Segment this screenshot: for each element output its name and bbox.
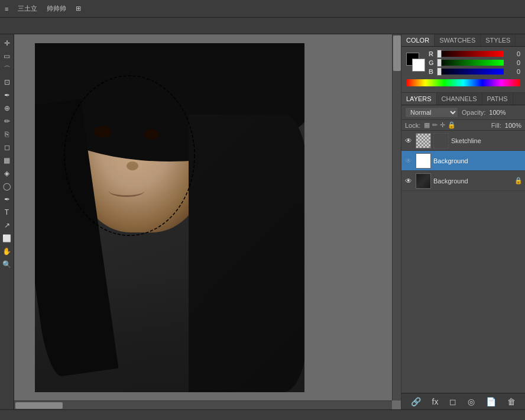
slider-g-thumb[interactable] xyxy=(437,59,442,67)
slider-b-track[interactable] xyxy=(437,69,504,75)
tool-eraser[interactable]: ◻ xyxy=(1,141,13,153)
layer-item-background-2[interactable]: 👁 Background 🔒 xyxy=(401,171,525,191)
layers-adjustment-icon[interactable]: ◎ xyxy=(465,396,477,408)
color-content: R 0 G 0 xyxy=(401,47,525,90)
slider-r-label: R xyxy=(429,50,435,57)
layers-list: 👁 Sketchline 👁 Background 👁 xyxy=(401,131,525,393)
canvas-area xyxy=(14,34,401,409)
tool-brush[interactable]: ✏ xyxy=(1,115,13,127)
right-panel: COLOR SWATCHES STYLES R xyxy=(401,34,525,409)
tab-swatches[interactable]: SWATCHES xyxy=(435,34,481,46)
opacity-label: Opacity: xyxy=(462,109,485,116)
toolbar-item-3[interactable]: 帅帅帅 xyxy=(47,4,66,13)
color-gradient-bar[interactable] xyxy=(406,79,520,86)
lock-all-icon[interactable]: 🔒 xyxy=(448,121,456,129)
tab-layers[interactable]: LAYERS xyxy=(401,93,437,105)
top-toolbar: ≡ 三土立 帅帅帅 ⊞ xyxy=(0,0,525,18)
toolbar-item-1[interactable]: ≡ xyxy=(5,5,8,12)
layers-options: Normal Dissolve Multiply Screen Overlay … xyxy=(401,105,525,120)
tool-zoom[interactable]: 🔍 xyxy=(1,259,13,270)
layers-new-icon[interactable]: 📄 xyxy=(484,396,498,408)
lock-position-icon[interactable]: ✛ xyxy=(440,121,445,129)
canvas-scrollbar-bottom[interactable] xyxy=(14,400,392,409)
selection-path xyxy=(56,67,203,244)
tool-dodge[interactable]: ◯ xyxy=(1,180,13,192)
status-bar xyxy=(0,409,525,420)
fill-value: 100% xyxy=(505,122,521,129)
layers-mask-icon[interactable]: ◻ xyxy=(447,396,459,408)
color-panel-tabs: COLOR SWATCHES STYLES xyxy=(401,34,525,47)
layer-lock-icon: 🔒 xyxy=(514,177,523,185)
layer-thumb-background-1 xyxy=(416,153,431,169)
lock-paint-icon[interactable]: ✏ xyxy=(432,121,438,129)
slider-r-track[interactable] xyxy=(437,51,504,57)
lock-row: Lock: ▦ ✏ ✛ 🔒 Fill: 100% xyxy=(401,120,525,131)
tool-lasso[interactable]: ⌒ xyxy=(1,63,13,75)
layers-delete-icon[interactable]: 🗑 xyxy=(505,396,518,408)
fg-bg-swatches xyxy=(406,53,425,72)
tool-move[interactable]: ✛ xyxy=(1,37,13,49)
layer-name-background-2: Background xyxy=(433,177,512,185)
slider-row-b: B 0 xyxy=(429,68,520,75)
layer-eye-sketchline[interactable]: 👁 xyxy=(404,136,413,146)
layer-mask-sketchline xyxy=(433,133,449,148)
tab-channels[interactable]: CHANNELS xyxy=(437,93,482,105)
lock-transparency-icon[interactable]: ▦ xyxy=(424,121,430,129)
tool-blur[interactable]: ◈ xyxy=(1,167,13,179)
sliders-area: R 0 G 0 xyxy=(429,50,520,77)
tool-select[interactable]: ▭ xyxy=(1,50,13,62)
layer-eye-background-1[interactable]: 👁 xyxy=(404,156,413,166)
slider-g-track[interactable] xyxy=(437,60,504,66)
slider-row-r: R 0 xyxy=(429,50,520,57)
slider-r-thumb[interactable] xyxy=(437,50,442,58)
slider-r-value: 0 xyxy=(506,50,520,57)
scroll-thumb-horizontal[interactable] xyxy=(15,402,63,409)
layers-bottom-bar: 🔗 fx ◻ ◎ 📄 🗑 xyxy=(401,393,525,409)
layer-thumb-sketchline xyxy=(416,133,431,148)
slider-b-label: B xyxy=(429,68,435,75)
layers-link-icon[interactable]: 🔗 xyxy=(409,396,423,408)
layers-panel: LAYERS CHANNELS PATHS Normal Dissolve Mu… xyxy=(401,93,525,409)
layers-tabs: LAYERS CHANNELS PATHS xyxy=(401,93,525,105)
slider-g-value: 0 xyxy=(506,59,520,66)
color-swatch-row: R 0 G 0 xyxy=(406,50,520,77)
layer-thumb-photo xyxy=(416,174,430,188)
slider-g-label: G xyxy=(429,59,435,66)
layer-eye-background-2[interactable]: 👁 xyxy=(404,176,413,186)
toolbar-item-4[interactable]: ⊞ xyxy=(76,5,81,12)
tool-heal[interactable]: ⊕ xyxy=(1,102,13,114)
opacity-value: 100% xyxy=(489,109,505,116)
layer-name-background-1: Background xyxy=(433,157,523,164)
layer-name-sketchline: Sketchline xyxy=(451,137,523,144)
layers-fx-icon[interactable]: fx xyxy=(430,396,441,408)
tab-paths[interactable]: PATHS xyxy=(482,93,513,105)
blend-mode-select[interactable]: Normal Dissolve Multiply Screen Overlay xyxy=(405,107,458,118)
layer-item-background-1[interactable]: 👁 Background xyxy=(401,151,525,171)
tab-color[interactable]: COLOR xyxy=(401,34,435,46)
toolbar-item-2[interactable]: 三土立 xyxy=(18,4,37,13)
layer-item-sketchline[interactable]: 👁 Sketchline xyxy=(401,131,525,151)
tool-shape[interactable]: ⬜ xyxy=(1,232,13,244)
portrait-bg xyxy=(35,43,304,392)
fill-label: Fill: xyxy=(491,122,501,129)
tab-styles[interactable]: STYLES xyxy=(481,34,516,46)
tool-eyedropper[interactable]: ✒ xyxy=(1,89,13,101)
scroll-thumb-vertical[interactable] xyxy=(393,35,401,71)
slider-b-thumb[interactable] xyxy=(437,67,442,76)
tool-clone[interactable]: ⎘ xyxy=(1,128,13,140)
background-swatch[interactable] xyxy=(412,59,425,72)
color-panel: COLOR SWATCHES STYLES R xyxy=(401,34,525,93)
canvas-image xyxy=(35,43,304,392)
slider-row-g: G 0 xyxy=(429,59,520,66)
canvas-scrollbar-right[interactable] xyxy=(392,34,401,400)
main-area: ✛ ▭ ⌒ ⊡ ✒ ⊕ ✏ ⎘ ◻ ▦ ◈ ◯ ✒ T ↗ ⬜ ✋ 🔍 xyxy=(0,34,525,409)
tool-hand[interactable]: ✋ xyxy=(1,245,13,257)
options-bar xyxy=(0,18,525,34)
tool-gradient[interactable]: ▦ xyxy=(1,154,13,166)
layer-thumb-background-2 xyxy=(416,173,431,189)
tool-text[interactable]: T xyxy=(1,206,13,218)
tool-path[interactable]: ↗ xyxy=(1,219,13,231)
lock-icons: ▦ ✏ ✛ 🔒 xyxy=(424,121,456,129)
tool-pen[interactable]: ✒ xyxy=(1,193,13,205)
tool-crop[interactable]: ⊡ xyxy=(1,76,13,88)
